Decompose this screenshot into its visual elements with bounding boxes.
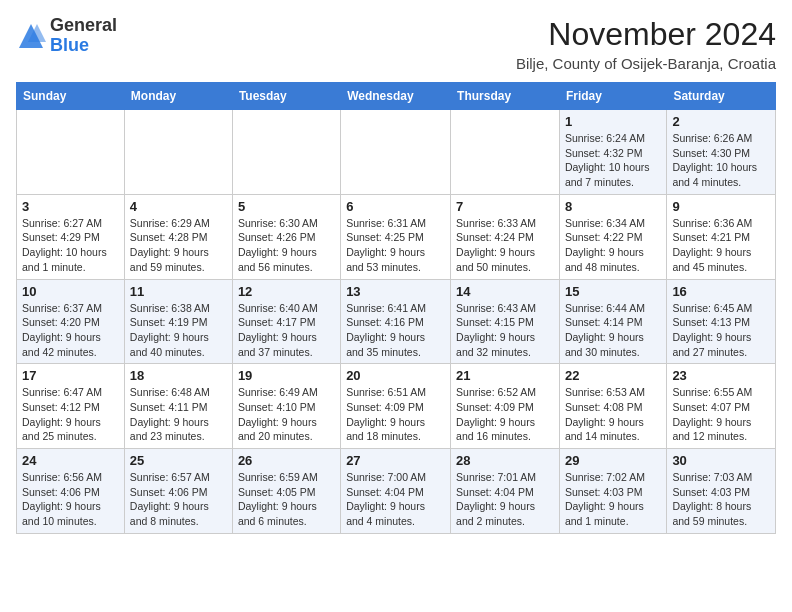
week-row-5: 24Sunrise: 6:56 AM Sunset: 4:06 PM Dayli… [17, 449, 776, 534]
day-number: 15 [565, 284, 661, 299]
col-tuesday: Tuesday [232, 83, 340, 110]
col-friday: Friday [559, 83, 666, 110]
day-info: Sunrise: 6:56 AM Sunset: 4:06 PM Dayligh… [22, 470, 119, 529]
day-cell: 14Sunrise: 6:43 AM Sunset: 4:15 PM Dayli… [451, 279, 560, 364]
col-monday: Monday [124, 83, 232, 110]
day-info: Sunrise: 6:29 AM Sunset: 4:28 PM Dayligh… [130, 216, 227, 275]
day-cell: 28Sunrise: 7:01 AM Sunset: 4:04 PM Dayli… [451, 449, 560, 534]
day-number: 26 [238, 453, 335, 468]
day-number: 28 [456, 453, 554, 468]
day-number: 7 [456, 199, 554, 214]
day-number: 30 [672, 453, 770, 468]
day-info: Sunrise: 6:53 AM Sunset: 4:08 PM Dayligh… [565, 385, 661, 444]
col-sunday: Sunday [17, 83, 125, 110]
day-cell: 23Sunrise: 6:55 AM Sunset: 4:07 PM Dayli… [667, 364, 776, 449]
day-cell: 22Sunrise: 6:53 AM Sunset: 4:08 PM Dayli… [559, 364, 666, 449]
logo-text: General Blue [50, 16, 117, 56]
logo-icon [16, 21, 46, 51]
day-info: Sunrise: 6:45 AM Sunset: 4:13 PM Dayligh… [672, 301, 770, 360]
col-thursday: Thursday [451, 83, 560, 110]
day-info: Sunrise: 6:52 AM Sunset: 4:09 PM Dayligh… [456, 385, 554, 444]
weekday-row: Sunday Monday Tuesday Wednesday Thursday… [17, 83, 776, 110]
day-number: 8 [565, 199, 661, 214]
day-info: Sunrise: 6:48 AM Sunset: 4:11 PM Dayligh… [130, 385, 227, 444]
day-info: Sunrise: 6:37 AM Sunset: 4:20 PM Dayligh… [22, 301, 119, 360]
day-number: 11 [130, 284, 227, 299]
calendar-table: Sunday Monday Tuesday Wednesday Thursday… [16, 82, 776, 534]
day-cell: 13Sunrise: 6:41 AM Sunset: 4:16 PM Dayli… [341, 279, 451, 364]
day-cell [232, 110, 340, 195]
day-cell: 26Sunrise: 6:59 AM Sunset: 4:05 PM Dayli… [232, 449, 340, 534]
calendar-header: Sunday Monday Tuesday Wednesday Thursday… [17, 83, 776, 110]
day-info: Sunrise: 6:49 AM Sunset: 4:10 PM Dayligh… [238, 385, 335, 444]
day-info: Sunrise: 6:38 AM Sunset: 4:19 PM Dayligh… [130, 301, 227, 360]
day-cell [341, 110, 451, 195]
day-info: Sunrise: 6:34 AM Sunset: 4:22 PM Dayligh… [565, 216, 661, 275]
day-info: Sunrise: 6:36 AM Sunset: 4:21 PM Dayligh… [672, 216, 770, 275]
logo-blue-text: Blue [50, 35, 89, 55]
week-row-2: 3Sunrise: 6:27 AM Sunset: 4:29 PM Daylig… [17, 194, 776, 279]
day-number: 3 [22, 199, 119, 214]
day-number: 4 [130, 199, 227, 214]
day-number: 19 [238, 368, 335, 383]
day-info: Sunrise: 6:31 AM Sunset: 4:25 PM Dayligh… [346, 216, 445, 275]
day-info: Sunrise: 6:26 AM Sunset: 4:30 PM Dayligh… [672, 131, 770, 190]
month-title: November 2024 [516, 16, 776, 53]
day-info: Sunrise: 6:30 AM Sunset: 4:26 PM Dayligh… [238, 216, 335, 275]
day-cell [451, 110, 560, 195]
day-cell: 1Sunrise: 6:24 AM Sunset: 4:32 PM Daylig… [559, 110, 666, 195]
day-number: 16 [672, 284, 770, 299]
day-info: Sunrise: 7:01 AM Sunset: 4:04 PM Dayligh… [456, 470, 554, 529]
day-number: 1 [565, 114, 661, 129]
day-number: 17 [22, 368, 119, 383]
day-number: 6 [346, 199, 445, 214]
day-cell: 11Sunrise: 6:38 AM Sunset: 4:19 PM Dayli… [124, 279, 232, 364]
day-cell: 20Sunrise: 6:51 AM Sunset: 4:09 PM Dayli… [341, 364, 451, 449]
calendar-body: 1Sunrise: 6:24 AM Sunset: 4:32 PM Daylig… [17, 110, 776, 534]
day-number: 12 [238, 284, 335, 299]
day-number: 23 [672, 368, 770, 383]
col-wednesday: Wednesday [341, 83, 451, 110]
day-cell: 19Sunrise: 6:49 AM Sunset: 4:10 PM Dayli… [232, 364, 340, 449]
day-info: Sunrise: 6:33 AM Sunset: 4:24 PM Dayligh… [456, 216, 554, 275]
day-info: Sunrise: 6:59 AM Sunset: 4:05 PM Dayligh… [238, 470, 335, 529]
day-number: 18 [130, 368, 227, 383]
logo-general-text: General [50, 15, 117, 35]
day-info: Sunrise: 6:44 AM Sunset: 4:14 PM Dayligh… [565, 301, 661, 360]
day-cell [124, 110, 232, 195]
day-info: Sunrise: 6:55 AM Sunset: 4:07 PM Dayligh… [672, 385, 770, 444]
day-cell: 25Sunrise: 6:57 AM Sunset: 4:06 PM Dayli… [124, 449, 232, 534]
day-number: 21 [456, 368, 554, 383]
day-number: 9 [672, 199, 770, 214]
day-cell: 12Sunrise: 6:40 AM Sunset: 4:17 PM Dayli… [232, 279, 340, 364]
day-cell: 6Sunrise: 6:31 AM Sunset: 4:25 PM Daylig… [341, 194, 451, 279]
day-cell: 8Sunrise: 6:34 AM Sunset: 4:22 PM Daylig… [559, 194, 666, 279]
day-number: 13 [346, 284, 445, 299]
subtitle: Bilje, County of Osijek-Baranja, Croatia [516, 55, 776, 72]
day-number: 24 [22, 453, 119, 468]
page-header: General Blue November 2024 Bilje, County… [16, 16, 776, 72]
day-cell: 10Sunrise: 6:37 AM Sunset: 4:20 PM Dayli… [17, 279, 125, 364]
day-info: Sunrise: 6:51 AM Sunset: 4:09 PM Dayligh… [346, 385, 445, 444]
day-cell: 9Sunrise: 6:36 AM Sunset: 4:21 PM Daylig… [667, 194, 776, 279]
day-cell: 18Sunrise: 6:48 AM Sunset: 4:11 PM Dayli… [124, 364, 232, 449]
day-cell: 17Sunrise: 6:47 AM Sunset: 4:12 PM Dayli… [17, 364, 125, 449]
day-cell: 30Sunrise: 7:03 AM Sunset: 4:03 PM Dayli… [667, 449, 776, 534]
day-info: Sunrise: 7:03 AM Sunset: 4:03 PM Dayligh… [672, 470, 770, 529]
day-number: 25 [130, 453, 227, 468]
day-number: 22 [565, 368, 661, 383]
day-cell: 5Sunrise: 6:30 AM Sunset: 4:26 PM Daylig… [232, 194, 340, 279]
day-number: 2 [672, 114, 770, 129]
day-cell: 27Sunrise: 7:00 AM Sunset: 4:04 PM Dayli… [341, 449, 451, 534]
day-cell [17, 110, 125, 195]
day-cell: 3Sunrise: 6:27 AM Sunset: 4:29 PM Daylig… [17, 194, 125, 279]
day-number: 20 [346, 368, 445, 383]
day-info: Sunrise: 7:02 AM Sunset: 4:03 PM Dayligh… [565, 470, 661, 529]
day-info: Sunrise: 6:57 AM Sunset: 4:06 PM Dayligh… [130, 470, 227, 529]
day-number: 10 [22, 284, 119, 299]
day-cell: 7Sunrise: 6:33 AM Sunset: 4:24 PM Daylig… [451, 194, 560, 279]
day-cell: 16Sunrise: 6:45 AM Sunset: 4:13 PM Dayli… [667, 279, 776, 364]
week-row-4: 17Sunrise: 6:47 AM Sunset: 4:12 PM Dayli… [17, 364, 776, 449]
day-cell: 29Sunrise: 7:02 AM Sunset: 4:03 PM Dayli… [559, 449, 666, 534]
day-info: Sunrise: 6:40 AM Sunset: 4:17 PM Dayligh… [238, 301, 335, 360]
